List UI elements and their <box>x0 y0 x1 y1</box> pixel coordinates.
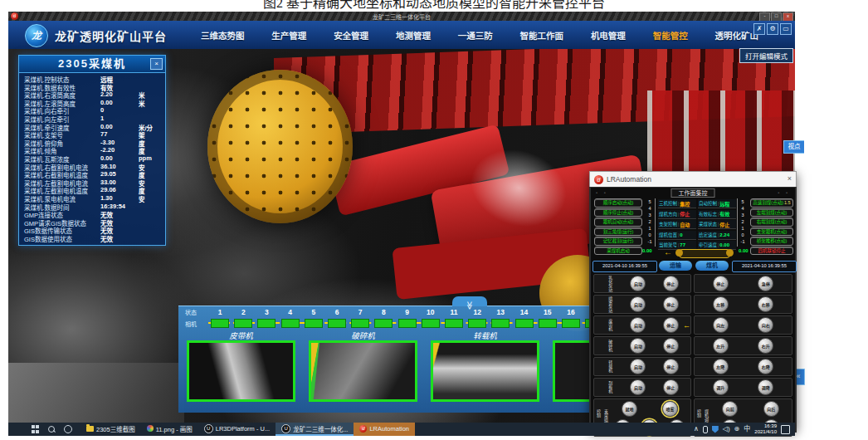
nav-item[interactable]: 机电管理 <box>591 29 626 42</box>
status-square[interactable] <box>351 319 369 328</box>
status-square[interactable] <box>562 319 580 328</box>
nav-item[interactable]: 安全管理 <box>334 29 368 42</box>
status-square[interactable] <box>445 319 463 328</box>
taskbar-item[interactable]: 2305三维截图 <box>80 423 141 436</box>
control-button[interactable]: 向右 <box>758 317 773 333</box>
control-button[interactable]: 向左 <box>713 317 729 333</box>
search-icon[interactable] <box>48 426 56 433</box>
control-button[interactable]: 右移 <box>758 296 773 312</box>
nav-item[interactable]: 智能管控 <box>653 29 688 42</box>
status-square[interactable] <box>281 319 300 328</box>
lr-mode-button[interactable]: 桥架推移(点动) <box>750 237 793 246</box>
lr-mode-button[interactable]: 采煤机启动 <box>594 247 642 256</box>
nav-item[interactable]: 一通三防 <box>458 29 493 42</box>
security-shield-icon[interactable] <box>712 426 719 433</box>
control-button[interactable]: 停止 <box>663 276 679 291</box>
control-button[interactable]: 停止 <box>663 296 679 312</box>
lr-mode-button[interactable]: 高速割煤(点动)1.5 <box>750 198 793 208</box>
workface-control-tab[interactable]: 工作面集控 <box>671 188 715 198</box>
control-button[interactable]: 停止 <box>663 338 679 354</box>
status-square[interactable] <box>422 319 440 328</box>
gear-icon[interactable]: ⚙ <box>767 23 778 35</box>
control-button[interactable]: 停止 <box>713 276 729 291</box>
shearer-pill-button[interactable]: 煤机 <box>695 261 729 271</box>
control-button[interactable]: 启动 <box>630 276 646 291</box>
camera-view[interactable] <box>309 340 417 402</box>
start-button[interactable] <box>32 425 40 433</box>
control-button[interactable]: 向前 <box>722 401 738 417</box>
control-button[interactable]: 调降 <box>758 379 773 395</box>
clock[interactable]: 16:39 2021/4/10 <box>754 423 777 435</box>
control-button[interactable]: 急停 <box>758 276 773 291</box>
lr-mode-button[interactable]: 左端割煤(点动) <box>750 208 793 218</box>
monitor-icon[interactable]: ▭ <box>780 23 792 35</box>
status-square[interactable] <box>211 319 229 328</box>
nav-item[interactable]: 智能工作面 <box>520 29 564 42</box>
control-button[interactable]: 右升 <box>758 338 773 354</box>
control-button[interactable]: 启动 <box>630 338 646 354</box>
lr-mode-button[interactable]: 跟机自动(点动) <box>594 218 642 227</box>
nav-item[interactable]: 地测管理 <box>396 29 431 42</box>
lr-close-icon[interactable]: × <box>788 174 792 183</box>
control-button[interactable]: 左降 <box>713 359 729 374</box>
lr-mode-button[interactable]: 顺序停止(点动) <box>594 208 642 218</box>
taskbar-item[interactable]: 11.png - 画图 <box>141 423 198 436</box>
row-value: 2.20 <box>100 90 113 98</box>
control-button[interactable]: 停止 <box>663 359 679 374</box>
lr-mode-button[interactable]: 右端割煤(点动) <box>750 218 793 227</box>
notification-icon[interactable] <box>781 425 790 434</box>
control-button[interactable]: 向后 <box>763 401 779 417</box>
lr-mode-button[interactable]: 顺序启动(点动) <box>594 198 642 208</box>
camera-number: 1 <box>208 308 232 316</box>
status-square[interactable] <box>515 319 534 328</box>
status-field: 采煤状态|停止 <box>698 220 736 229</box>
nav-item[interactable]: 三维态势图 <box>201 29 245 42</box>
status-square[interactable] <box>539 319 557 328</box>
status-square[interactable] <box>374 319 393 328</box>
control-button[interactable]: 启动 <box>630 296 646 312</box>
transport-pill-button[interactable]: 运输 <box>659 261 692 271</box>
taskbar-item[interactable]: dLRAutomation <box>354 423 415 436</box>
camera-view[interactable] <box>431 340 539 402</box>
control-button[interactable]: 右降 <box>758 359 773 374</box>
status-square[interactable] <box>257 319 276 328</box>
app-window: d 龙矿二三维一体化平台 - □ x 龙 龙矿透明化矿山平台 三维态势图生产管理… <box>8 12 795 423</box>
speaker-icon[interactable]: ◁) <box>723 423 730 436</box>
control-button[interactable]: 停止 <box>663 379 679 395</box>
lr-mode-button[interactable]: 记忆截割(运行) <box>594 237 642 246</box>
status-square[interactable] <box>491 319 510 328</box>
control-button[interactable]: 启动 <box>630 317 646 333</box>
device-data-row: 采煤机.控制状态远程 <box>24 75 165 83</box>
status-square[interactable] <box>398 319 417 328</box>
network-globe-icon[interactable]: ⊕ <box>734 423 740 436</box>
status-square[interactable] <box>234 319 252 328</box>
collapse-strip-button[interactable]: ≪ <box>452 296 487 306</box>
control-button[interactable]: 启动 <box>630 379 646 395</box>
taskbar-item[interactable]: U龙矿二三维一体化... <box>276 423 354 436</box>
status-square[interactable] <box>305 319 323 328</box>
lr-mode-button[interactable]: 支架跟机(点动) <box>750 227 793 237</box>
cortana-icon[interactable] <box>64 425 72 433</box>
control-button[interactable]: 调升 <box>713 379 729 395</box>
control-button[interactable]: 左升 <box>713 338 729 354</box>
lr-mode-button[interactable]: 割三角煤(运行) <box>594 227 642 237</box>
taskbar-item[interactable]: ULR3DPlatform - U... <box>198 423 276 436</box>
nav-item[interactable]: 生产管理 <box>271 29 306 42</box>
lr-mode-button[interactable]: 四机联锁停止 <box>750 247 793 256</box>
status-square[interactable] <box>328 319 346 328</box>
microphone-icon[interactable] <box>703 426 708 433</box>
status-square[interactable] <box>468 319 486 328</box>
panel-close-icon[interactable]: × <box>150 58 163 70</box>
ime-indicator[interactable]: 中 <box>744 423 750 436</box>
control-button[interactable]: 就地 <box>622 401 637 417</box>
viewpoint-tab[interactable]: 视点 <box>783 140 804 154</box>
control-button[interactable]: 启动 <box>630 359 646 374</box>
control-button[interactable]: 停止 <box>663 317 679 333</box>
tray-chevron-icon[interactable]: ∧ <box>694 423 699 436</box>
control-button[interactable]: 喷雾 <box>662 401 678 417</box>
nav-item[interactable]: 透明化矿山 <box>715 29 759 42</box>
wrench-icon[interactable]: ✗ <box>753 23 765 35</box>
control-button[interactable]: 左移 <box>713 296 729 312</box>
camera-view[interactable] <box>187 340 295 402</box>
open-edit-mode-button[interactable]: 打开编辑模式 <box>739 48 793 63</box>
